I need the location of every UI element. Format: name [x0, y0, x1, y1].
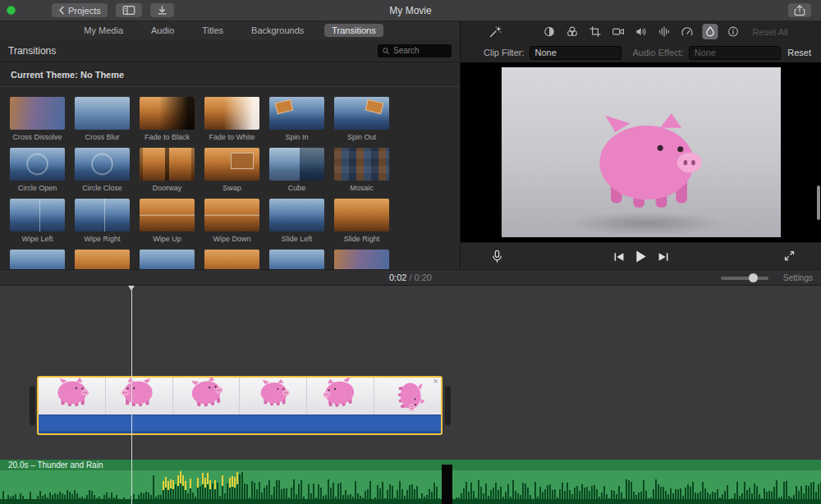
- clip-filter-row: Clip Filter: None Audio Effect: None Res…: [461, 43, 821, 62]
- transition-cube[interactable]: Cube: [269, 148, 324, 192]
- transition-thumbnail: [334, 97, 389, 130]
- stabilization-icon[interactable]: [610, 24, 626, 39]
- color-correction-icon[interactable]: [564, 24, 580, 39]
- zoom-slider-knob[interactable]: [749, 273, 758, 282]
- fullscreen-button[interactable]: [783, 250, 796, 262]
- crop-icon[interactable]: [587, 24, 603, 39]
- transition-wipe-left[interactable]: Wipe Left: [10, 199, 65, 243]
- clip-filter-label: Clip Filter:: [484, 48, 525, 57]
- share-button[interactable]: [788, 3, 811, 17]
- scrollbar[interactable]: [817, 186, 820, 220]
- waveform-baseline: [0, 499, 821, 504]
- transition-fade-to-black[interactable]: Fade to Black: [140, 97, 195, 141]
- transition-label: Wipe Right: [75, 235, 130, 243]
- playhead[interactable]: [131, 286, 132, 504]
- timeline-settings-button[interactable]: Settings: [783, 273, 813, 282]
- tab-my-media[interactable]: My Media: [76, 24, 131, 37]
- timecode-display: 0:02 / 0:20: [0, 270, 821, 286]
- media-tabbar: My MediaAudioTitlesBackgroundsTransition…: [0, 21, 460, 39]
- transition-doorway[interactable]: Doorway: [140, 148, 195, 192]
- import-button[interactable]: [150, 3, 174, 17]
- clip-frame-pig: [255, 379, 292, 412]
- audio-effect-dropdown[interactable]: None: [689, 46, 781, 60]
- background-music-clip[interactable]: 20.0s – Thunder and Rain: [0, 460, 821, 504]
- transition-circle-open[interactable]: Circle Open: [10, 148, 65, 192]
- clip-right-trim-handle[interactable]: [445, 386, 451, 425]
- search-field[interactable]: Search: [378, 44, 452, 57]
- clip-filter-icon[interactable]: [702, 24, 718, 39]
- noise-reduction-icon[interactable]: [656, 24, 672, 39]
- tab-titles[interactable]: Titles: [195, 24, 231, 37]
- window-traffic-light-green[interactable]: [7, 6, 16, 15]
- video-clip[interactable]: ✕: [37, 376, 443, 435]
- transition-circle-close[interactable]: Circle Close: [75, 148, 130, 192]
- transition-thumbnail: [269, 199, 324, 231]
- audio-clip-label: 20.0s – Thunder and Rain: [8, 460, 103, 470]
- transition-wipe-right[interactable]: Wipe Right: [75, 199, 130, 243]
- transition-slide-left[interactable]: Slide Left: [269, 199, 324, 243]
- enhance-wand-icon[interactable]: [488, 25, 502, 39]
- transition-cross-dissolve[interactable]: Cross Dissolve: [10, 97, 65, 141]
- play-button[interactable]: [635, 250, 648, 263]
- transition-thumbnail: [10, 199, 65, 231]
- info-icon[interactable]: [725, 24, 741, 39]
- transition-mosaic[interactable]: Mosaic: [334, 148, 389, 192]
- inspector-icon-group: [541, 24, 741, 39]
- transition-wipe-up[interactable]: Wipe Up: [140, 199, 195, 243]
- transition-partial[interactable]: [140, 250, 195, 269]
- transition-thumbnail: [269, 97, 324, 130]
- clip-frame-pig: [51, 378, 92, 414]
- previous-frame-button[interactable]: [613, 251, 625, 263]
- clip-filter-value: None: [535, 48, 557, 57]
- transition-label: Wipe Down: [204, 235, 259, 243]
- transition-partial[interactable]: [204, 250, 259, 269]
- transition-thumbnail: [269, 250, 324, 269]
- thumbnail-zoom-slider[interactable]: [721, 277, 768, 280]
- transition-partial[interactable]: [10, 250, 65, 269]
- transition-label: Wipe Up: [140, 235, 195, 243]
- playback-controls-bar: [461, 242, 821, 269]
- transition-thumbnail: [269, 148, 324, 181]
- tab-transitions[interactable]: Transitions: [324, 24, 383, 37]
- transition-slide-right[interactable]: Slide Right: [334, 199, 389, 243]
- clip-thumbnail-frame: [307, 378, 374, 415]
- projects-back-button[interactable]: Projects: [52, 3, 108, 17]
- transition-swap[interactable]: Swap: [204, 148, 259, 192]
- transition-label: Cross Dissolve: [10, 133, 65, 141]
- clip-thumbnail-frame: [173, 378, 241, 415]
- transitions-grid: Cross DissolveCross BlurFade to BlackFad…: [10, 97, 460, 269]
- voiceover-mic-icon[interactable]: [490, 250, 504, 263]
- tab-audio[interactable]: Audio: [144, 24, 181, 37]
- transition-thumbnail: [204, 250, 259, 269]
- speed-icon[interactable]: [679, 24, 695, 39]
- transition-fade-to-white[interactable]: Fade to White: [204, 97, 259, 141]
- clip-corner-icon: ✕: [433, 378, 438, 386]
- color-balance-icon[interactable]: [541, 24, 557, 39]
- clip-frame-pig: [183, 378, 230, 415]
- tab-backgrounds[interactable]: Backgrounds: [244, 24, 311, 37]
- transition-wipe-down[interactable]: Wipe Down: [204, 199, 259, 243]
- transition-thumbnail: [140, 148, 195, 181]
- transition-spin-out[interactable]: Spin Out: [334, 97, 389, 141]
- inspector-viewer-panel: Reset All Clip Filter: None Audio Effect…: [460, 21, 821, 269]
- transition-spin-in[interactable]: Spin In: [269, 97, 324, 141]
- transition-partial[interactable]: [334, 250, 389, 269]
- volume-icon[interactable]: [633, 24, 649, 39]
- next-frame-button[interactable]: [658, 251, 669, 263]
- media-browser-button[interactable]: [116, 3, 142, 17]
- inspector-toolbar: Reset All: [461, 21, 821, 43]
- current-theme-header: Current Theme: No Theme: [0, 62, 460, 87]
- transition-partial[interactable]: [75, 250, 130, 269]
- clip-filter-dropdown[interactable]: None: [530, 46, 621, 60]
- clip-left-trim-handle[interactable]: [30, 386, 35, 425]
- transition-label: Fade to White: [204, 133, 259, 141]
- transition-thumbnail: [140, 199, 195, 231]
- reset-button[interactable]: Reset: [787, 48, 811, 57]
- share-icon: [794, 5, 805, 16]
- transition-cross-blur[interactable]: Cross Blur: [75, 97, 130, 141]
- timeline: ✕ 20.0s – Thunder and Rain: [0, 286, 821, 504]
- transition-partial[interactable]: [269, 250, 324, 269]
- piggy-bank-image: [577, 113, 712, 223]
- transition-thumbnail: [10, 148, 65, 181]
- transition-thumbnail: [204, 97, 259, 130]
